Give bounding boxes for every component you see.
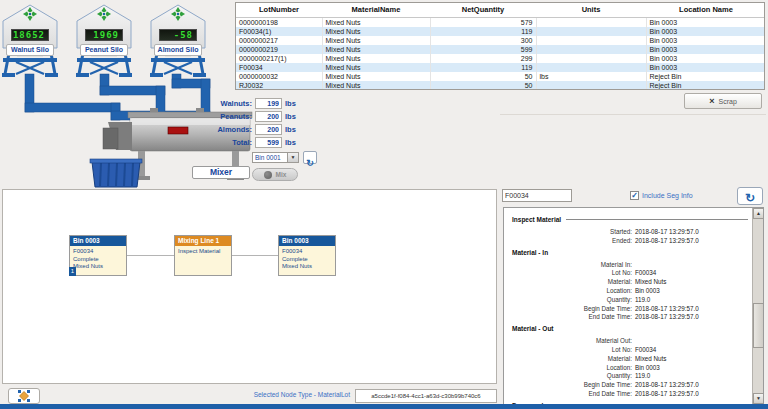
- table-cell: Mixed Nuts: [322, 27, 430, 36]
- flow-diagram-panel[interactable]: Bin 0003F00034CompleteMixed Nuts1 Mixing…: [2, 189, 497, 384]
- unit-label: lbs: [285, 112, 296, 121]
- section-heading: Material - In: [512, 249, 548, 256]
- table-row[interactable]: 0000000032Mixed Nuts50lbsReject Bin: [236, 72, 765, 81]
- diagram-node[interactable]: Bin 0003F00034CompleteMixed Nuts: [278, 235, 336, 276]
- table-cell: Mixed Nuts: [322, 45, 430, 54]
- selected-node-type-label: Selected Node Type - MaterialLot: [200, 391, 350, 398]
- table-cell: Bin 0003: [646, 45, 765, 54]
- column-header[interactable]: MaterialName: [322, 3, 430, 18]
- scrap-button[interactable]: × Scrap: [684, 93, 762, 109]
- scrollbar-thumb[interactable]: [753, 303, 764, 348]
- table-cell: Mixed Nuts: [322, 36, 430, 45]
- column-header[interactable]: NetQuantity: [430, 3, 536, 18]
- table-row[interactable]: 0000000217Mixed Nuts300Bin 0003: [236, 36, 765, 45]
- mix-indicator-icon: [264, 171, 272, 179]
- table-cell: 50: [430, 72, 536, 81]
- node-connector: [232, 255, 278, 256]
- detail-value: 2018-08-17 13:29:57.0: [635, 313, 725, 322]
- table-cell: 119: [430, 63, 536, 72]
- table-row[interactable]: 0000000217(1)Mixed Nuts299Bin 0003: [236, 54, 765, 63]
- node-body: F00034CompleteMixed Nuts: [70, 246, 126, 275]
- selected-node-id-field[interactable]: [355, 389, 497, 403]
- detail-key: Begin Date Time:: [512, 305, 632, 314]
- walnuts-input[interactable]: [255, 98, 282, 109]
- detail-row: Lot No:F00034: [512, 269, 748, 278]
- unit-label: lbs: [285, 125, 296, 134]
- peanuts-input[interactable]: [255, 111, 282, 122]
- detail-key: Lot No:: [512, 346, 632, 355]
- bottom-strip: [0, 404, 768, 409]
- table-cell: 0000000217(1): [236, 54, 322, 63]
- unit-label: lbs: [285, 99, 296, 108]
- walnut-silo-label: Walnut Silo: [6, 44, 54, 56]
- mix-button[interactable]: Mix: [252, 168, 298, 181]
- bin-select[interactable]: Bin 0001 ▼: [252, 152, 299, 163]
- scrap-button-label: Scrap: [718, 98, 736, 105]
- detail-key: Begin Date Time:: [512, 381, 632, 390]
- refresh-trace-button[interactable]: ↻: [737, 187, 763, 205]
- node-line: Mixed Nuts: [282, 263, 332, 271]
- refresh-icon: ↻: [745, 191, 755, 205]
- table-cell: 0000000198: [236, 18, 322, 27]
- field-label: Walnuts:: [208, 99, 252, 108]
- table-cell: Mixed Nuts: [322, 81, 430, 90]
- almond-silo-label: Almond Silo: [154, 44, 202, 56]
- checkbox-icon[interactable]: ✓: [630, 191, 639, 200]
- node-line: F00034: [73, 248, 123, 256]
- column-header[interactable]: Location Name: [646, 3, 765, 18]
- diagram-overview-button[interactable]: [8, 388, 40, 404]
- table-cell: 50: [430, 81, 536, 90]
- table-cell: [536, 54, 646, 63]
- table-cell: [536, 81, 646, 90]
- detail-row: Location:Bin 0003: [512, 364, 748, 373]
- node-connector: [127, 255, 174, 256]
- table-cell: Mixed Nuts: [322, 18, 430, 27]
- scroll-down-icon[interactable]: ▼: [753, 393, 764, 404]
- detail-value: Bin 0003: [635, 287, 725, 296]
- table-row[interactable]: 0000000219Mixed Nuts599Bin 0003: [236, 45, 765, 54]
- table-cell: [536, 63, 646, 72]
- detail-value: Mixed Nuts: [635, 355, 725, 364]
- refresh-bins-button[interactable]: ↻: [303, 151, 317, 164]
- almonds-input[interactable]: [255, 124, 282, 135]
- detail-key: Lot No:: [512, 269, 632, 278]
- table-cell: 579: [430, 18, 536, 27]
- lot-table: LotNumberMaterialNameNetQuantityUnitsLoc…: [235, 2, 765, 90]
- detail-row: Lot No:F00034: [512, 346, 748, 355]
- section-rule: [566, 219, 748, 220]
- plus-logo-icon: [23, 7, 37, 21]
- diagram-node[interactable]: Mixing Line 1Inspect Material: [174, 235, 232, 276]
- table-cell: Mixed Nuts: [322, 72, 430, 81]
- trace-section: Inspect MaterialStarted:2018-08-17 13:29…: [512, 216, 748, 246]
- table-row[interactable]: F00034Mixed Nuts119Bin 0003: [236, 63, 765, 72]
- lot-search-input[interactable]: [502, 189, 572, 202]
- table-cell: Mixed Nuts: [322, 54, 430, 63]
- section-heading-row: Inspect Material: [512, 216, 748, 223]
- detail-value: 2018-08-17 13:29:57.0: [635, 381, 725, 390]
- detail-value: 2018-08-17 13:29:57.0: [635, 237, 725, 246]
- detail-row: Material:Mixed Nuts: [512, 278, 748, 287]
- table-header-row: LotNumberMaterialNameNetQuantityUnitsLoc…: [236, 3, 765, 18]
- diagram-node[interactable]: Bin 0003F00034CompleteMixed Nuts1: [69, 235, 127, 276]
- detail-row: End Date Time:2018-08-17 13:29:57.0: [512, 313, 748, 322]
- chevron-down-icon[interactable]: ▼: [287, 153, 298, 162]
- scroll-up-icon[interactable]: ▲: [753, 208, 764, 219]
- trace-detail-panel: Inspect MaterialStarted:2018-08-17 13:29…: [503, 207, 764, 405]
- table-row[interactable]: F00034(1)Mixed Nuts119Bin 0003: [236, 27, 765, 36]
- detail-value: 2018-08-17 13:29:57.0: [635, 390, 725, 399]
- tote-bin-graphic: [90, 159, 142, 187]
- table-row[interactable]: RJ0032Mixed Nuts50Reject Bin: [236, 81, 765, 90]
- node-title: Bin 0003: [70, 236, 126, 246]
- table-row[interactable]: 0000000198Mixed Nuts579Bin 0003: [236, 18, 765, 27]
- include-seg-info-checkbox[interactable]: ✓ Include Seg Info: [630, 191, 693, 200]
- plus-logo-icon: [97, 7, 111, 21]
- total-input[interactable]: [255, 137, 282, 148]
- table-cell: Reject Bin: [646, 81, 765, 90]
- scrollbar[interactable]: ▲ ▼: [752, 208, 763, 404]
- node-line: Complete: [282, 256, 332, 264]
- table-cell: 119: [430, 27, 536, 36]
- column-header[interactable]: LotNumber: [236, 3, 322, 18]
- detail-value: [635, 337, 725, 346]
- detail-value: [635, 261, 725, 270]
- column-header[interactable]: Units: [536, 3, 646, 18]
